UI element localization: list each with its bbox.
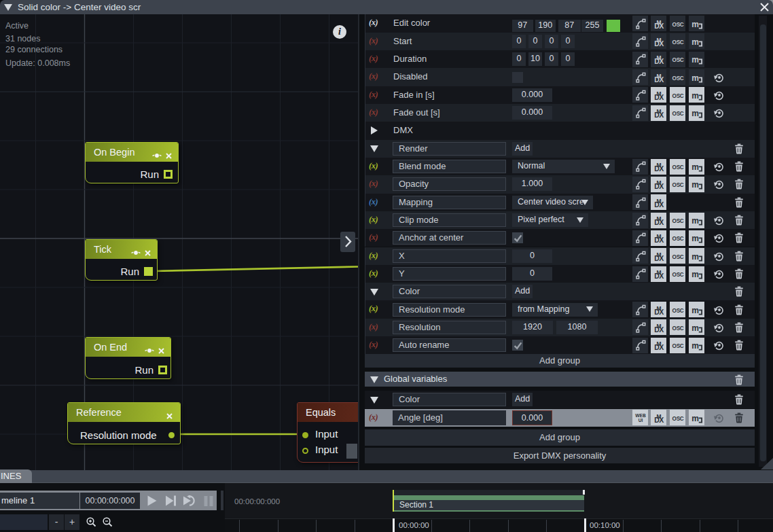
- svg-text:DX: DX: [654, 416, 664, 424]
- svg-text:OSC: OSC: [672, 164, 683, 171]
- svg-text:OSC: OSC: [672, 415, 683, 421]
- svg-text:OSC: OSC: [672, 236, 683, 242]
- svg-text:m: m: [691, 216, 699, 226]
- svg-text:DX: DX: [654, 75, 664, 84]
- svg-text:OSC: OSC: [672, 75, 683, 81]
- svg-text:DX: DX: [654, 111, 664, 119]
- svg-text:DX: DX: [654, 93, 664, 101]
- svg-text:DX: DX: [654, 22, 664, 30]
- svg-text:OSC: OSC: [672, 92, 683, 99]
- svg-text:m: m: [691, 234, 699, 243]
- svg-text:m: m: [691, 37, 699, 46]
- svg-text:OSC: OSC: [672, 272, 683, 278]
- svg-text:m: m: [691, 109, 699, 118]
- svg-text:DX: DX: [654, 164, 664, 173]
- svg-text:OSC: OSC: [672, 182, 683, 188]
- svg-text:DX: DX: [654, 218, 664, 226]
- svg-text:m: m: [691, 162, 699, 172]
- svg-text:DX: DX: [654, 254, 664, 262]
- svg-text:OSC: OSC: [672, 111, 683, 117]
- svg-text:OSC: OSC: [672, 325, 683, 331]
- svg-text:DX: DX: [654, 200, 664, 209]
- svg-text:m: m: [691, 180, 699, 190]
- svg-text:DX: DX: [654, 325, 664, 334]
- svg-text:m: m: [691, 251, 699, 261]
- svg-text:m: m: [691, 55, 699, 65]
- svg-text:UI: UI: [638, 418, 643, 423]
- svg-text:DX: DX: [654, 236, 664, 244]
- svg-text:OSC: OSC: [672, 21, 683, 27]
- svg-text:DX: DX: [654, 39, 664, 48]
- svg-text:m: m: [691, 323, 699, 332]
- svg-text:m: m: [691, 341, 699, 351]
- svg-text:DX: DX: [654, 308, 664, 316]
- svg-text:OSC: OSC: [672, 39, 683, 45]
- svg-text:WEB: WEB: [635, 413, 646, 418]
- svg-text:m: m: [691, 413, 699, 423]
- svg-text:OSC: OSC: [672, 253, 683, 260]
- svg-text:DX: DX: [654, 343, 664, 351]
- svg-text:m: m: [691, 270, 699, 279]
- svg-text:m: m: [691, 73, 699, 82]
- svg-text:OSC: OSC: [672, 57, 683, 63]
- svg-text:OSC: OSC: [672, 343, 683, 349]
- svg-text:OSC: OSC: [672, 307, 683, 313]
- svg-text:m: m: [691, 19, 699, 29]
- svg-text:m: m: [691, 305, 699, 315]
- svg-text:DX: DX: [654, 272, 664, 280]
- svg-text:OSC: OSC: [672, 218, 683, 224]
- svg-text:m: m: [691, 90, 699, 100]
- svg-text:DX: DX: [654, 183, 664, 191]
- svg-text:DX: DX: [654, 57, 664, 65]
